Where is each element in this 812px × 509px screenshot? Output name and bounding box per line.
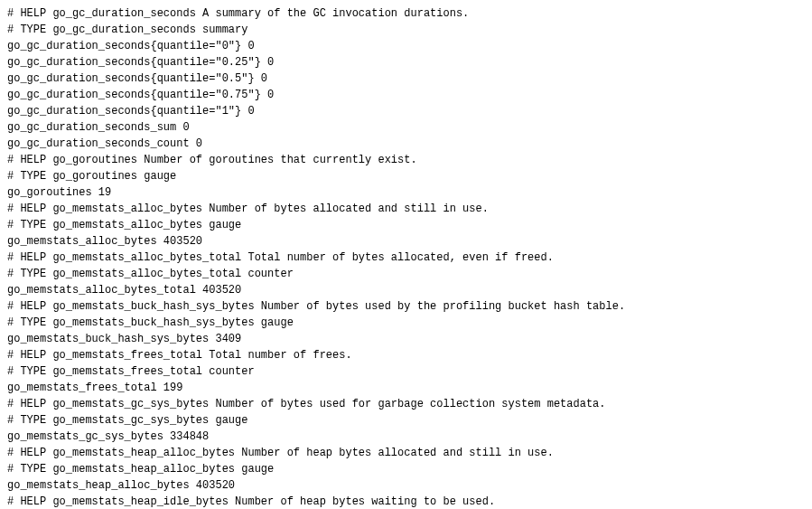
metrics-line: # TYPE go_goroutines gauge: [7, 168, 805, 184]
metrics-output: # HELP go_gc_duration_seconds A summary …: [7, 5, 805, 509]
metrics-line: # HELP go_gc_duration_seconds A summary …: [7, 5, 805, 22]
metrics-line: # TYPE go_memstats_alloc_bytes_total cou…: [7, 266, 805, 282]
metrics-line: go_memstats_frees_total 199: [7, 380, 805, 396]
metrics-line: go_gc_duration_seconds_sum 0: [7, 119, 805, 136]
metrics-line: go_gc_duration_seconds{quantile="0.75"} …: [7, 87, 805, 103]
metrics-line: go_memstats_heap_alloc_bytes 403520: [7, 477, 805, 494]
metrics-line: # TYPE go_memstats_alloc_bytes gauge: [7, 217, 805, 233]
metrics-line: # HELP go_memstats_buck_hash_sys_bytes N…: [7, 298, 805, 315]
metrics-line: # TYPE go_memstats_frees_total counter: [7, 363, 805, 380]
metrics-line: # HELP go_memstats_alloc_bytes Number of…: [7, 201, 805, 217]
metrics-line: go_gc_duration_seconds{quantile="0.5"} 0: [7, 71, 805, 87]
metrics-line: # HELP go_memstats_heap_alloc_bytes Numb…: [7, 445, 805, 461]
metrics-line: go_memstats_gc_sys_bytes 334848: [7, 429, 805, 445]
metrics-line: # TYPE go_gc_duration_seconds summary: [7, 22, 805, 38]
metrics-line: go_gc_duration_seconds{quantile="0.25"} …: [7, 54, 805, 71]
metrics-line: go_memstats_buck_hash_sys_bytes 3409: [7, 331, 805, 347]
metrics-line: # HELP go_memstats_gc_sys_bytes Number o…: [7, 396, 805, 412]
metrics-line: go_goroutines 19: [7, 184, 805, 201]
metrics-line: go_gc_duration_seconds{quantile="0"} 0: [7, 38, 805, 54]
metrics-line: # TYPE go_memstats_heap_alloc_bytes gaug…: [7, 461, 805, 477]
metrics-line: # HELP go_memstats_heap_idle_bytes Numbe…: [7, 494, 805, 509]
metrics-line: # HELP go_memstats_alloc_bytes_total Tot…: [7, 250, 805, 266]
metrics-line: go_gc_duration_seconds_count 0: [7, 136, 805, 152]
metrics-line: # TYPE go_memstats_buck_hash_sys_bytes g…: [7, 315, 805, 331]
metrics-line: # HELP go_memstats_frees_total Total num…: [7, 347, 805, 363]
metrics-line: # HELP go_goroutines Number of goroutine…: [7, 152, 805, 168]
metrics-line: go_memstats_alloc_bytes 403520: [7, 233, 805, 250]
metrics-line: go_gc_duration_seconds{quantile="1"} 0: [7, 103, 805, 119]
metrics-line: go_memstats_alloc_bytes_total 403520: [7, 282, 805, 298]
metrics-line: # TYPE go_memstats_gc_sys_bytes gauge: [7, 412, 805, 429]
